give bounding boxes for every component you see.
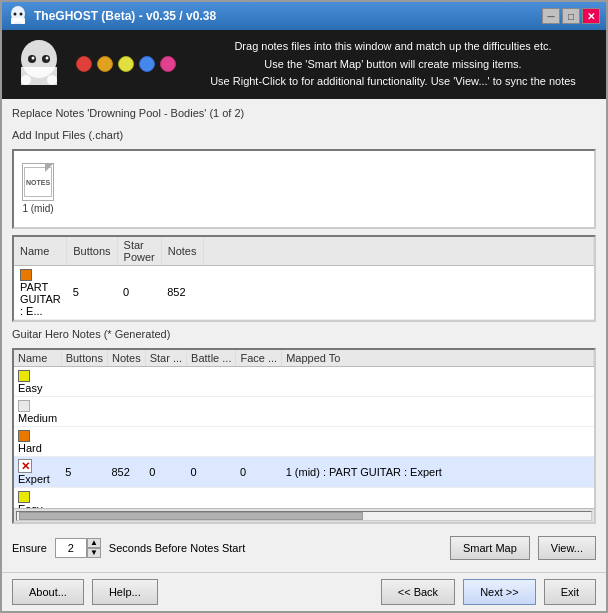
horizontal-scrollbar[interactable]: [14, 508, 594, 522]
app-icon: [8, 6, 28, 26]
cell-battle: 0: [187, 457, 236, 488]
table-row[interactable]: Hard: [14, 427, 594, 457]
svg-rect-5: [21, 20, 25, 24]
table-row[interactable]: Easy: [14, 366, 594, 396]
file-icon-inner: NOTES: [24, 167, 52, 197]
back-button[interactable]: << Back: [381, 579, 455, 605]
cell-name: PART GUITAR : E...: [14, 265, 67, 319]
scroll-track: [16, 511, 592, 521]
footer-left: About... Help...: [12, 579, 158, 605]
svg-rect-12: [21, 75, 31, 85]
cell-name: Medium: [14, 396, 61, 426]
ensure-input[interactable]: [55, 538, 87, 558]
ensure-text: Seconds Before Notes Start: [109, 542, 442, 554]
main-content: Replace Notes 'Drowning Pool - Bodies' (…: [2, 99, 606, 572]
about-button[interactable]: About...: [12, 579, 84, 605]
footer-right: << Back Next >> Exit: [381, 579, 596, 605]
smart-map-button[interactable]: Smart Map: [450, 536, 530, 560]
gh-col-star: Star ...: [145, 350, 186, 367]
col-buttons: Buttons: [67, 237, 117, 266]
cell-notes: 852: [161, 265, 203, 319]
gh-col-battle: Battle ...: [187, 350, 236, 367]
col-name: Name: [14, 237, 67, 266]
cell-notes: 852: [107, 457, 145, 488]
input-table-container: Name Buttons Star Power Notes PART GUITA…: [12, 235, 596, 322]
cell-mapped: 1 (mid) : PART GUITAR : Expert: [282, 457, 594, 488]
title-text: TheGHOST (Beta) - v0.35 / v0.38: [34, 9, 542, 23]
svg-point-10: [32, 57, 35, 60]
input-table-header-row: Name Buttons Star Power Notes: [14, 237, 594, 266]
help-button[interactable]: Help...: [92, 579, 158, 605]
cell-extra: [203, 265, 594, 319]
col-star-power: Star Power: [117, 237, 161, 266]
dot-yellow: [118, 56, 134, 72]
color-indicator: [20, 269, 32, 281]
title-bar: TheGHOST (Beta) - v0.35 / v0.38 ─ □ ✕: [2, 2, 606, 30]
col-extra: [203, 237, 594, 266]
close-button[interactable]: ✕: [582, 8, 600, 24]
spinner-down-button[interactable]: ▼: [87, 548, 101, 558]
cell-name: ✕ Expert: [14, 457, 61, 488]
file-icon: NOTES: [22, 163, 54, 201]
gh-table-header-row: Name Buttons Notes Star ... Battle ... F…: [14, 350, 594, 367]
input-table: Name Buttons Star Power Notes PART GUITA…: [14, 237, 594, 320]
header-area: Drag notes files into this window and ma…: [2, 30, 606, 99]
ghost-logo: [14, 39, 64, 89]
gh-table-wrapper: Name Buttons Notes Star ... Battle ... F…: [12, 348, 596, 524]
gh-col-notes: Notes: [107, 350, 145, 367]
minimize-button[interactable]: ─: [542, 8, 560, 24]
exit-button[interactable]: Exit: [544, 579, 596, 605]
input-files-label: Add Input Files (.chart): [12, 129, 596, 141]
col-notes: Notes: [161, 237, 203, 266]
cell-name: Easy: [14, 366, 61, 396]
spinner-up-button[interactable]: ▲: [87, 538, 101, 548]
file-item: NOTES 1 (mid): [22, 163, 54, 214]
gh-table-scroll[interactable]: Name Buttons Notes Star ... Battle ... F…: [14, 350, 594, 508]
cell-buttons: 5: [67, 265, 117, 319]
cell-buttons: 5: [61, 457, 107, 488]
spinner: ▲ ▼: [55, 538, 101, 558]
traffic-lights: [76, 56, 176, 72]
gh-notes-label: Guitar Hero Notes (* Generated): [12, 328, 596, 340]
svg-point-11: [46, 57, 49, 60]
file-drop-area[interactable]: NOTES 1 (mid): [12, 149, 596, 229]
gh-table: Name Buttons Notes Star ... Battle ... F…: [14, 350, 594, 508]
replace-label: Replace Notes 'Drowning Pool - Bodies' (…: [12, 107, 596, 119]
gh-col-mapped: Mapped To: [282, 350, 594, 367]
table-row[interactable]: ✕ Expert 5 852 0 0 0 1 (mid) : PART GUIT…: [14, 457, 594, 488]
cell-name: Easy Rhythm: [14, 488, 61, 508]
cell-face: 0: [236, 457, 282, 488]
main-window: TheGHOST (Beta) - v0.35 / v0.38 ─ □ ✕: [0, 0, 608, 613]
cell-name: Hard: [14, 427, 61, 457]
scroll-thumb: [19, 512, 363, 520]
header-instructions: Drag notes files into this window and ma…: [192, 38, 594, 91]
ensure-row: Ensure ▲ ▼ Seconds Before Notes Start Sm…: [12, 530, 596, 564]
window-controls: ─ □ ✕: [542, 8, 600, 24]
gh-col-buttons: Buttons: [61, 350, 107, 367]
svg-rect-4: [11, 20, 15, 24]
gh-col-name: Name: [14, 350, 61, 367]
ensure-label: Ensure: [12, 542, 47, 554]
maximize-button[interactable]: □: [562, 8, 580, 24]
svg-point-2: [14, 13, 17, 16]
table-row[interactable]: Easy Rhythm: [14, 488, 594, 508]
footer: About... Help... << Back Next >> Exit: [2, 572, 606, 611]
cell-star: 0: [145, 457, 186, 488]
cell-star-power: 0: [117, 265, 161, 319]
view-button[interactable]: View...: [538, 536, 596, 560]
dot-orange: [97, 56, 113, 72]
checkbox-x-icon[interactable]: ✕: [18, 459, 32, 473]
dot-blue: [139, 56, 155, 72]
gh-col-face: Face ...: [236, 350, 282, 367]
dot-pink: [160, 56, 176, 72]
spinner-buttons: ▲ ▼: [87, 538, 101, 558]
table-row[interactable]: PART GUITAR : E... 5 0 852: [14, 265, 594, 319]
svg-rect-13: [47, 75, 57, 85]
svg-point-3: [20, 13, 23, 16]
file-label: 1 (mid): [22, 203, 53, 214]
next-button[interactable]: Next >>: [463, 579, 536, 605]
dot-red: [76, 56, 92, 72]
table-row[interactable]: Medium: [14, 396, 594, 426]
